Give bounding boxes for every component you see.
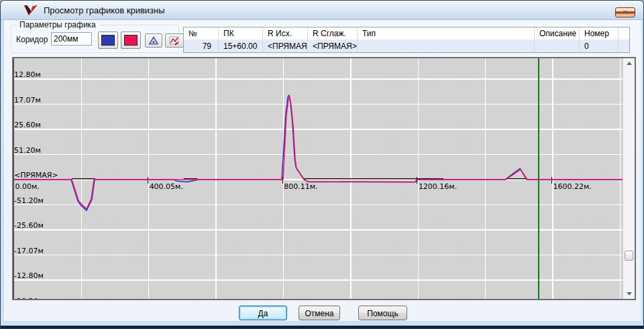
col-header-type[interactable]: Тип <box>358 27 535 40</box>
curvature-chart-panel[interactable]: 0.00м.400.05м.800.11м.1200.16м.1600.22м.… <box>12 57 636 300</box>
svg-text:0.00м.: 0.00м. <box>15 182 40 191</box>
group-title: Параметры графика <box>17 20 99 29</box>
chart-vertical-scrollbar[interactable] <box>623 58 635 299</box>
arrow-down-icon <box>627 292 632 295</box>
cell-num: 79 <box>184 40 219 52</box>
smoothed-color-swatch <box>124 35 138 46</box>
corridor-label: Коридор <box>16 35 48 44</box>
col-header-r-source[interactable]: R Исх. <box>263 27 308 40</box>
corridor-input[interactable] <box>51 32 92 46</box>
ok-button[interactable]: Да <box>239 306 287 320</box>
scrollbar-thumb[interactable] <box>625 251 633 261</box>
dialog-content: Параметры графика Коридор <box>4 20 641 321</box>
svg-text:-10.24м: -10.24м <box>14 297 44 300</box>
svg-text:800.11м.: 800.11м. <box>284 182 317 191</box>
app-icon <box>23 4 39 17</box>
dialog-window: Просмотр графиков кривизны ✕ Параметры г… <box>0 0 644 329</box>
svg-text:25.60м: 25.60м <box>14 121 41 129</box>
svg-text:1200.16м.: 1200.16м. <box>419 182 457 191</box>
graph-params-group: Параметры графика Коридор <box>11 25 179 53</box>
table-row[interactable]: 79 15+60.00 <ПРЯМАЯ> <ПРЯМАЯ> 0 <box>184 40 629 52</box>
close-button[interactable]: ✕ <box>615 7 635 17</box>
svg-text:-25.60м: -25.60м <box>14 221 44 230</box>
col-header-pk[interactable]: ПК <box>219 27 263 40</box>
segments-table: № ПК R Исх. R Сглаж. Тип Описание Номер … <box>183 27 630 53</box>
scroll-up-button[interactable] <box>623 58 635 68</box>
graph-edit-icon <box>169 36 180 46</box>
col-header-number[interactable]: Номер <box>580 27 619 40</box>
col-header-description[interactable]: Описание <box>535 27 580 40</box>
window-bottom-border <box>1 326 643 328</box>
cell-spacer <box>619 40 629 52</box>
table-header-row: № ПК R Исх. R Сглаж. Тип Описание Номер <box>184 27 629 40</box>
vertex-mode-button[interactable] <box>145 34 162 48</box>
svg-text:-51.20м: -51.20м <box>14 196 44 205</box>
triangle-icon <box>149 36 158 45</box>
window-title: Просмотр графиков кривизны <box>44 5 165 15</box>
help-button[interactable]: Помощь <box>358 306 407 320</box>
original-color-swatch <box>101 35 115 46</box>
svg-text:<ПРЯМАЯ>: <ПРЯМАЯ> <box>14 171 58 180</box>
svg-text:17.07м: 17.07м <box>14 96 41 105</box>
cell-r-smooth: <ПРЯМАЯ> <box>308 40 358 52</box>
svg-text:1600.22м.: 1600.22м. <box>553 182 592 191</box>
svg-text:51.20м: 51.20м <box>14 146 41 155</box>
curvature-chart[interactable]: 0.00м.400.05м.800.11м.1200.16м.1600.22м.… <box>13 58 623 299</box>
cell-r-source: <ПРЯМАЯ> <box>263 40 308 52</box>
close-icon: ✕ <box>623 9 628 16</box>
cell-pk: 15+60.00 <box>219 40 263 52</box>
svg-text:400.05м.: 400.05м. <box>150 182 183 191</box>
svg-text:-12.80м: -12.80м <box>14 271 44 280</box>
svg-text:12.80м: 12.80м <box>14 70 41 79</box>
cell-description <box>535 40 580 52</box>
cell-type <box>358 40 535 52</box>
col-header-spacer <box>619 27 629 40</box>
col-header-num[interactable]: № <box>184 27 219 40</box>
cell-number: 0 <box>580 40 619 52</box>
original-color-button[interactable] <box>98 31 118 49</box>
cancel-button[interactable]: Отмена <box>299 306 340 320</box>
scroll-down-button[interactable] <box>623 289 635 299</box>
title-bar[interactable]: Просмотр графиков кривизны ✕ <box>1 1 643 20</box>
smoothed-color-button[interactable] <box>121 31 141 49</box>
graph-settings-button[interactable] <box>165 34 184 48</box>
col-header-r-smooth[interactable]: R Сглаж. <box>308 27 358 40</box>
arrow-up-icon <box>627 62 632 65</box>
svg-text:-17.07м: -17.07м <box>14 247 44 255</box>
